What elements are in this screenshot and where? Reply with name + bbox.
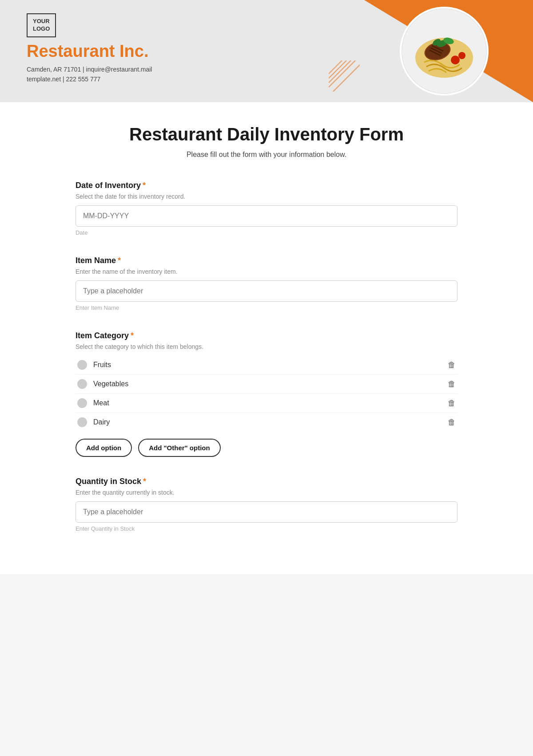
item-name-input[interactable] bbox=[76, 280, 457, 302]
radio-option-vegetables[interactable]: Vegetables 🗑 bbox=[76, 375, 457, 394]
radio-label-dairy: Dairy bbox=[93, 418, 110, 426]
quantity-hint: Enter the quantity currently in stock. bbox=[76, 489, 457, 496]
main-content: Restaurant Daily Inventory Form Please f… bbox=[0, 102, 533, 574]
item-category-required: * bbox=[131, 331, 134, 340]
logo-line1: YOUR bbox=[33, 18, 50, 24]
item-name-required: * bbox=[118, 256, 121, 265]
radio-label-vegetables: Vegetables bbox=[93, 380, 128, 388]
form-title: Restaurant Daily Inventory Form bbox=[76, 124, 457, 144]
radio-option-dairy[interactable]: Dairy 🗑 bbox=[76, 413, 457, 432]
radio-option-fruits[interactable]: Fruits 🗑 bbox=[76, 356, 457, 375]
delete-dairy-icon[interactable]: 🗑 bbox=[448, 418, 456, 427]
add-other-option-button[interactable]: Add "Other" option bbox=[138, 439, 221, 457]
item-name-hint: Enter the name of the inventory item. bbox=[76, 268, 457, 275]
date-hint: Select the date for this inventory recor… bbox=[76, 193, 457, 200]
date-required: * bbox=[143, 181, 146, 190]
quantity-required: * bbox=[143, 477, 146, 486]
delete-fruits-icon[interactable]: 🗑 bbox=[448, 360, 456, 370]
radio-label-meat: Meat bbox=[93, 399, 109, 407]
item-name-section: Item Name* Enter the name of the invento… bbox=[76, 256, 457, 311]
radio-circle-fruits[interactable] bbox=[77, 360, 87, 370]
date-section: Date of Inventory* Select the date for t… bbox=[76, 181, 457, 236]
contact-info: Camden, AR 71701 | inquire@restaurant.ma… bbox=[27, 64, 506, 84]
item-name-sub-label: Enter Item Name bbox=[76, 304, 457, 311]
radio-circle-dairy[interactable] bbox=[77, 417, 87, 427]
delete-vegetables-icon[interactable]: 🗑 bbox=[448, 380, 456, 389]
page-header: YOUR LOGO Restaurant Inc. Camden, AR 717… bbox=[0, 0, 533, 102]
item-category-section: Item Category* Select the category to wh… bbox=[76, 331, 457, 457]
contact-line: template.net | 222 555 777 bbox=[27, 74, 506, 84]
item-category-hint: Select the category to which this item b… bbox=[76, 343, 457, 350]
address-line: Camden, AR 71701 | inquire@restaurant.ma… bbox=[27, 64, 506, 74]
brand-name: Restaurant Inc. bbox=[27, 42, 506, 61]
item-name-label: Item Name* bbox=[76, 256, 457, 265]
radio-options-container: Fruits 🗑 Vegetables 🗑 Meat 🗑 bbox=[76, 356, 457, 432]
date-sub-label: Date bbox=[76, 229, 457, 236]
radio-circle-vegetables[interactable] bbox=[77, 379, 87, 389]
add-option-row: Add option Add "Other" option bbox=[76, 439, 457, 457]
quantity-label: Quantity in Stock* bbox=[76, 477, 457, 486]
radio-label-fruits: Fruits bbox=[93, 361, 111, 369]
form-subtitle: Please fill out the form with your infor… bbox=[76, 151, 457, 159]
radio-option-meat[interactable]: Meat 🗑 bbox=[76, 394, 457, 413]
date-input[interactable] bbox=[76, 205, 457, 227]
radio-circle-meat[interactable] bbox=[77, 398, 87, 408]
add-option-button[interactable]: Add option bbox=[76, 439, 132, 457]
quantity-input[interactable] bbox=[76, 501, 457, 523]
date-label: Date of Inventory* bbox=[76, 181, 457, 190]
delete-meat-icon[interactable]: 🗑 bbox=[448, 399, 456, 408]
quantity-sub-label: Enter Quantity in Stock bbox=[76, 525, 457, 532]
logo-box: YOUR LOGO bbox=[27, 13, 56, 37]
quantity-section: Quantity in Stock* Enter the quantity cu… bbox=[76, 477, 457, 532]
item-category-label: Item Category* bbox=[76, 331, 457, 340]
logo-line2: LOGO bbox=[33, 25, 50, 32]
